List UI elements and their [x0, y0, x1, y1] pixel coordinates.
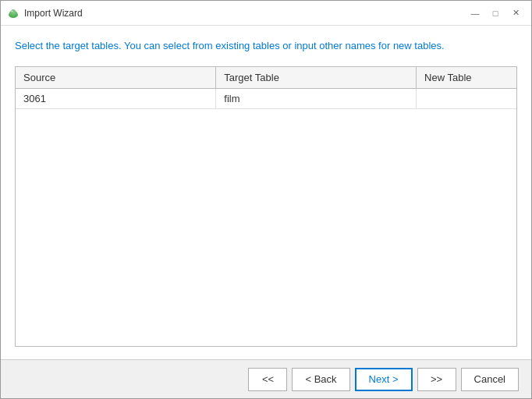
- window-title: Import Wizard: [24, 8, 83, 19]
- close-button[interactable]: ✕: [506, 5, 525, 21]
- next-button[interactable]: Next >: [355, 368, 413, 391]
- minimize-button[interactable]: —: [466, 5, 484, 21]
- table-row[interactable]: 3061 film: [16, 88, 516, 108]
- cell-target: film: [216, 88, 417, 108]
- maximize-button[interactable]: □: [486, 5, 505, 21]
- cell-newtable: [417, 88, 516, 108]
- import-wizard-window: Import Wizard — □ ✕ Select the target ta…: [0, 0, 532, 399]
- target-table: Source Target Table New Table 3061 film: [16, 67, 516, 109]
- back-button[interactable]: < Back: [292, 368, 349, 391]
- app-icon: [7, 7, 20, 19]
- cancel-button[interactable]: Cancel: [461, 368, 519, 391]
- svg-point-3: [12, 10, 13, 12]
- title-bar: Import Wizard — □ ✕: [1, 1, 531, 26]
- table-body: 3061 film: [16, 88, 516, 108]
- table-container: Source Target Table New Table 3061 film: [15, 66, 517, 348]
- first-button[interactable]: <<: [248, 368, 287, 391]
- col-header-newtable: New Table: [417, 67, 516, 89]
- last-button[interactable]: >>: [417, 368, 456, 391]
- table-header-row: Source Target Table New Table: [16, 67, 516, 89]
- col-header-target: Target Table: [216, 67, 417, 89]
- instruction-text: Select the target tables. You can select…: [15, 38, 517, 54]
- main-content: Select the target tables. You can select…: [1, 26, 531, 359]
- col-header-source: Source: [16, 67, 216, 89]
- title-bar-left: Import Wizard: [7, 7, 83, 19]
- cell-source: 3061: [16, 88, 216, 108]
- window-controls: — □ ✕: [466, 5, 525, 21]
- footer: << < Back Next > >> Cancel: [1, 359, 531, 398]
